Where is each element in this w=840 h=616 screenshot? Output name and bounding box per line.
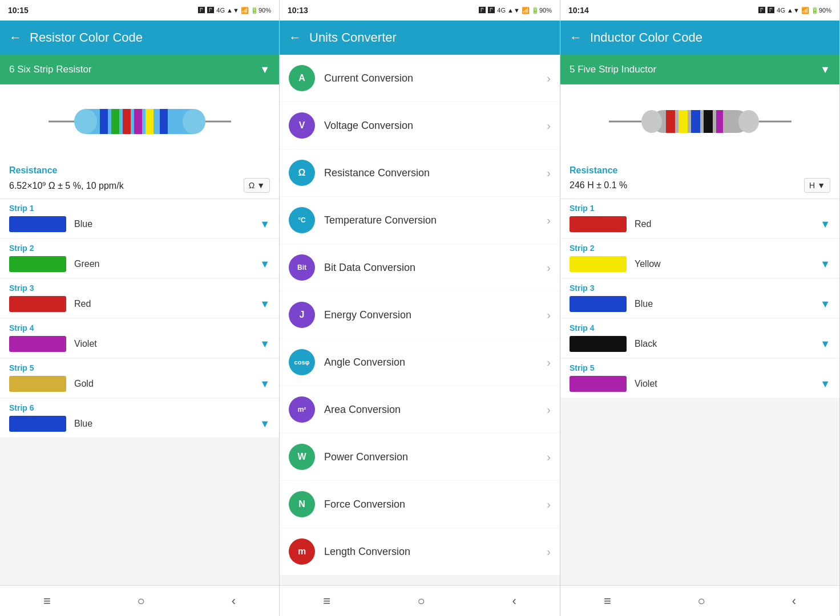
converter-item-data[interactable]: Bit Bit Data Conversion ›	[280, 244, 560, 291]
inductor-strip-label-4: Strip 4	[570, 323, 830, 333]
svg-rect-8	[160, 109, 168, 134]
nav-bar-mid: ≡ ○ ‹	[280, 585, 560, 616]
converter-icon-temperature: °C	[289, 207, 315, 233]
p-icon-right-2: 🅿	[768, 6, 774, 14]
unit-chevron-right: ▼	[817, 181, 825, 190]
strip-color-name-2: Green	[74, 259, 252, 269]
inductor-strip-label-2: Strip 2	[570, 244, 830, 253]
strip-color-name-3: Red	[74, 299, 252, 309]
converter-item-power[interactable]: W Power Conversion ›	[280, 433, 560, 480]
converter-item-voltage[interactable]: V Voltage Conversion ›	[280, 102, 560, 149]
converter-item-area[interactable]: m² Area Conversion ›	[280, 386, 560, 433]
time-left: 10:15	[8, 6, 29, 15]
back-nav-right[interactable]: ‹	[792, 594, 796, 609]
svg-rect-19	[704, 110, 713, 133]
converter-item-temperature[interactable]: °C Temperature Conversion ›	[280, 197, 560, 244]
converter-name-area: Area Conversion	[324, 404, 538, 416]
unit-select-left[interactable]: Ω ▼	[244, 178, 270, 193]
units-panel: 10:13 🅿 🅿 4G ▲▼ 📶 🔋90% ← Units Converter…	[280, 0, 560, 616]
converter-chevron-temperature: ›	[547, 214, 551, 227]
home-button-right[interactable]: ○	[698, 594, 705, 609]
strip-dropdown-arrow-5[interactable]: ▼	[260, 378, 270, 390]
svg-rect-7	[146, 109, 154, 134]
status-bar-mid: 10:13 🅿 🅿 4G ▲▼ 📶 🔋90%	[280, 0, 560, 21]
converter-item-angle[interactable]: cosφ Angle Conversion ›	[280, 339, 560, 386]
back-button-left[interactable]: ←	[9, 30, 22, 45]
resistor-svg	[49, 93, 231, 150]
status-icons-left: 🅿 🅿 4G ▲▼ 📶 🔋90%	[198, 6, 271, 14]
strip-item-5: Strip 5 Gold ▼	[0, 359, 279, 398]
converter-icon-power: W	[289, 444, 315, 470]
svg-rect-20	[716, 110, 723, 133]
strip-color-name-5: Gold	[74, 379, 252, 389]
inductor-strip-dropdown-arrow-3[interactable]: ▼	[820, 298, 830, 310]
strip-swatch-4[interactable]	[9, 336, 66, 352]
converter-item-current[interactable]: A Current Conversion ›	[280, 55, 560, 102]
back-button-mid[interactable]: ←	[289, 30, 301, 45]
svg-rect-3	[100, 109, 108, 134]
back-button-right[interactable]: ←	[570, 30, 582, 45]
strip-swatch-1[interactable]	[9, 216, 66, 232]
converter-item-resistance[interactable]: Ω Resistance Conversion ›	[280, 149, 560, 196]
back-nav-mid[interactable]: ‹	[512, 594, 516, 609]
converter-chevron-current: ›	[547, 72, 551, 85]
inductor-strip-item-3: Strip 3 Blue ▼	[560, 279, 839, 318]
strip-swatch-5[interactable]	[9, 376, 66, 392]
menu-button-right[interactable]: ≡	[604, 594, 611, 609]
converter-icon-data: Bit	[289, 254, 315, 281]
strip-dropdown-arrow-4[interactable]: ▼	[260, 338, 270, 350]
back-nav-left[interactable]: ‹	[232, 594, 236, 609]
converter-chevron-force: ›	[547, 498, 551, 511]
resistor-image-area	[0, 84, 279, 159]
inductor-strip-dropdown-arrow-4[interactable]: ▼	[820, 338, 830, 350]
resistance-section-right: Resistance 246 H ± 0.1 % H ▼	[560, 159, 839, 199]
dropdown-arrow-right: ▼	[820, 64, 830, 76]
time-mid: 10:13	[288, 6, 308, 15]
converter-name-resistance: Resistance Conversion	[324, 167, 538, 179]
inductor-strip-swatch-2[interactable]	[570, 256, 627, 272]
strip-dropdown-arrow-3[interactable]: ▼	[260, 298, 270, 310]
unit-select-right[interactable]: H ▼	[804, 178, 830, 193]
converter-name-angle: Angle Conversion	[324, 356, 538, 368]
inductor-strip-dropdown-arrow-1[interactable]: ▼	[820, 218, 830, 230]
strip-item-4: Strip 4 Violet ▼	[0, 319, 279, 358]
converter-icon-force: N	[289, 491, 315, 517]
app-bar-mid: ← Units Converter	[280, 21, 560, 55]
strip-dropdown-arrow-2[interactable]: ▼	[260, 258, 270, 270]
strip-dropdown-arrow-6[interactable]: ▼	[260, 418, 270, 430]
inductor-strip-dropdown-arrow-2[interactable]: ▼	[820, 258, 830, 270]
home-button-left[interactable]: ○	[138, 594, 145, 609]
strips-list-right: Strip 1 Red ▼ Strip 2 Yellow ▼ Strip 3 B…	[560, 199, 839, 585]
resistance-value-left: 6.52×10⁹ Ω ± 5 %, 10 ppm/k	[9, 180, 124, 191]
inductor-strip-color-name-4: Black	[635, 339, 812, 349]
status-bar-left: 10:15 🅿 🅿 4G ▲▼ 📶 🔋90%	[0, 0, 279, 21]
strip-dropdown-arrow-1[interactable]: ▼	[260, 218, 270, 230]
converter-icon-angle: cosφ	[289, 349, 315, 375]
inductor-strip-color-name-3: Blue	[635, 299, 812, 309]
home-button-mid[interactable]: ○	[418, 594, 425, 609]
converter-item-force[interactable]: N Force Conversion ›	[280, 481, 560, 528]
converter-item-energy[interactable]: J Energy Conversion ›	[280, 291, 560, 338]
inductor-strip-swatch-5[interactable]	[570, 376, 627, 392]
converter-icon-area: m²	[289, 396, 315, 423]
svg-point-21	[641, 110, 662, 133]
svg-rect-17	[679, 110, 688, 133]
menu-button-mid[interactable]: ≡	[323, 594, 330, 609]
strip-dropdown-right[interactable]: 5 Five Strip Inductor ▼	[560, 55, 839, 84]
inductor-strip-swatch-4[interactable]	[570, 336, 627, 352]
strip-swatch-6[interactable]	[9, 416, 66, 432]
resistance-section-left: Resistance 6.52×10⁹ Ω ± 5 %, 10 ppm/k Ω …	[0, 159, 279, 199]
converter-item-length[interactable]: m Length Conversion ›	[280, 528, 560, 575]
inductor-strip-dropdown-arrow-5[interactable]: ▼	[820, 378, 830, 390]
strip-dropdown-left[interactable]: 6 Six Strip Resistor ▼	[0, 55, 279, 84]
strip-swatch-2[interactable]	[9, 256, 66, 272]
resistor-panel: 10:15 🅿 🅿 4G ▲▼ 📶 🔋90% ← Resistor Color …	[0, 0, 280, 616]
inductor-strip-swatch-1[interactable]	[570, 216, 627, 232]
menu-button-left[interactable]: ≡	[43, 594, 51, 609]
inductor-strip-item-5: Strip 5 Violet ▼	[560, 359, 839, 398]
signal-text-right: 4G ▲▼ 📶 🔋90%	[777, 7, 831, 14]
converter-chevron-length: ›	[547, 545, 551, 558]
strip-label-2: Strip 2	[9, 244, 270, 253]
strip-swatch-3[interactable]	[9, 296, 66, 312]
inductor-strip-swatch-3[interactable]	[570, 296, 627, 312]
